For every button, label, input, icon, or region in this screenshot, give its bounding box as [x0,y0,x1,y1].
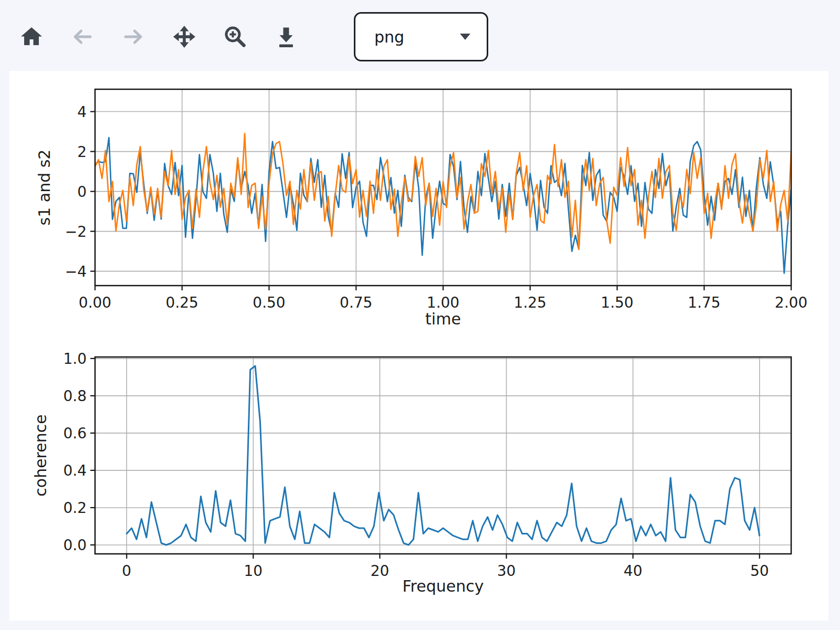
pan-button[interactable] [173,25,196,48]
tick-label-x: 0.00 [79,294,111,311]
figure-canvas: 0.000.250.500.751.001.251.501.752.00−4−2… [9,71,828,621]
tick-label-x: 1.75 [688,294,720,311]
tick-label-y: 0.0 [63,537,87,554]
tick-label-y: 1.0 [63,350,87,368]
home-icon [20,25,43,48]
tick-label-x: 30 [497,562,516,580]
figure-plot-canvas[interactable]: 0.000.250.500.751.001.251.501.752.00−4−2… [9,71,828,621]
tick-label-y: 0.8 [63,387,87,405]
subplot-1: 010203040500.00.20.40.60.81.0Frequencyco… [32,350,791,595]
tick-label-x: 0.50 [253,294,285,311]
download-button[interactable] [275,25,298,48]
subplot-0: 0.000.250.500.751.001.251.501.752.00−4−2… [35,89,807,328]
tick-label-y: 4 [77,103,87,121]
tick-label-x: 0 [122,562,131,580]
tick-label-y: 0 [77,183,87,201]
tick-label-y: −2 [65,223,87,240]
chevron-down-icon [459,33,471,40]
format-select-value: png [355,28,459,46]
forward-button[interactable] [122,25,145,48]
tick-label-x: 1.50 [601,294,633,311]
xaxis-label: time [425,310,461,328]
xaxis-label: Frequency [403,577,484,595]
tick-label-y: −4 [65,263,87,280]
tick-label-x: 0.25 [166,294,198,311]
download-icon [275,25,298,48]
format-select[interactable]: png [354,12,488,61]
tick-label-y: 0.6 [63,425,87,442]
figure-toolbar: png [20,12,488,62]
tick-label-x: 20 [371,562,390,580]
series-coherence [127,366,759,545]
tick-label-y: 0.2 [63,499,87,517]
tick-label-x: 1.25 [514,294,547,311]
move-icon [173,25,196,48]
tick-label-x: 40 [624,562,643,580]
tick-label-x: 2.00 [775,294,807,311]
zoom-in-icon [224,25,247,48]
tick-label-x: 0.75 [340,294,372,311]
arrow-right-icon [122,25,145,48]
tick-label-x: 10 [244,562,263,580]
tick-label-y: 0.4 [63,462,87,479]
arrow-left-icon [71,25,94,48]
home-button[interactable] [20,25,43,48]
yaxis-label: s1 and s2 [35,150,54,226]
tick-label-y: 2 [77,143,87,161]
back-button[interactable] [71,25,94,48]
yaxis-label: coherence [32,414,50,496]
tick-label-x: 50 [750,562,769,580]
tick-label-x: 1.00 [427,294,459,311]
zoom-rect-button[interactable] [224,25,247,48]
